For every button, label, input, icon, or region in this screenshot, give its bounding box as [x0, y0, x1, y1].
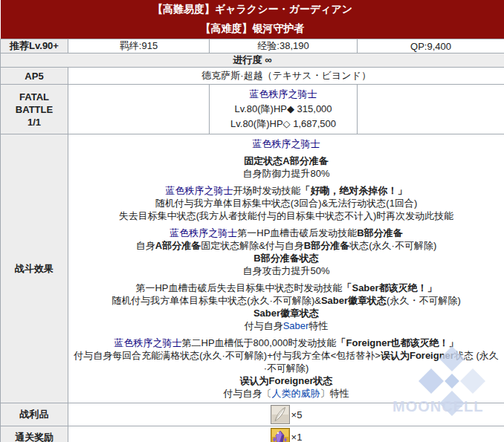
- reward-count: ×1: [291, 432, 303, 442]
- effect-text: 「Saber都该灭绝！」: [342, 282, 436, 293]
- effect-text: 自身: [136, 240, 155, 251]
- quest-location: 德克萨斯·超越（テキサス・ビヨンド）: [68, 68, 504, 85]
- effect-text: 开场时发动技能: [233, 185, 301, 196]
- effect-text: (永久・不可解除): [387, 295, 461, 306]
- quest-page: 【高難易度】ギャラクシー・ガーディアン 【高难度】银河守护者 推荐Lv.90+ …: [0, 0, 504, 442]
- enemy-link[interactable]: 蓝色秩序之骑士: [166, 185, 233, 196]
- quest-title-row-jp: 【高難易度】ギャラクシー・ガーディアン: [1, 0, 504, 19]
- trait-link[interactable]: Saber: [283, 320, 309, 331]
- effect-text: 随机付与我方单体目标集中状态(永久·不可解除)&: [112, 295, 321, 306]
- effect-text: 第一HP血槽击破后失去目标集中状态时发动技能: [135, 282, 342, 293]
- effect-text: 「好嘞，绝对杀掉你！」: [301, 185, 407, 196]
- ap-label: AP5: [1, 68, 68, 85]
- effect-text: 付与自身: [245, 320, 283, 331]
- effect-text: 第一HP血槽击破后发动技能: [237, 227, 357, 238]
- effect-text: 〕特性: [320, 388, 349, 399]
- effect-text: B部分准备: [357, 227, 402, 238]
- enemy-link[interactable]: 蓝色秩序之骑士: [250, 88, 317, 100]
- drops-label: 战利品: [1, 403, 68, 426]
- effect-text: 付与自身〔: [224, 388, 272, 399]
- effect-text: 第二HP血槽低于800,000时发动技能: [182, 337, 337, 348]
- clear-reward-row: 通关奖励 ×1: [1, 426, 504, 442]
- enemy-hp-bar1: Lv.80(降)HP◆ 315,000: [210, 102, 357, 117]
- effect-text: 「Foreigner也都该灭绝！」: [337, 337, 459, 348]
- clear-reward-label: 通关奖励: [1, 426, 68, 442]
- battle-effects-label: 战斗效果: [1, 134, 68, 403]
- battle-effects-content: 蓝色秩序之骑士固定状态A部分准备自身防御力提升80%蓝色秩序之骑士开场时发动技能…: [68, 134, 504, 403]
- qp-value: QP:9,400: [358, 39, 504, 53]
- fatal-battle-label-line2: 1/1: [2, 116, 66, 129]
- effect-text: 付与自身每回合充能满格状态(永久·不可解除)+付与我方全体<包括替补>: [74, 350, 381, 361]
- trait-link[interactable]: 人类的威胁: [272, 388, 320, 399]
- drop-count: ×5: [291, 409, 303, 420]
- effect-paragraph: 蓝色秩序之骑士第二HP血槽低于800,000时发动技能「Foreigner也都该…: [73, 337, 500, 400]
- stats-row: 推荐Lv.90+ 羁绊:915 经验:38,190 QP:9,400: [1, 39, 504, 53]
- effect-paragraph: 蓝色秩序之骑士开场时发动技能「好嘞，绝对杀掉你！」随机付与我方单体目标集中状态(…: [73, 184, 500, 222]
- effect-text: 自身攻击力提升50%: [243, 265, 330, 276]
- crystallized-lore-icon[interactable]: [271, 428, 290, 442]
- progress-label: 进行度 ∞: [1, 53, 504, 68]
- recommend-level-label: 推荐Lv.90+: [1, 39, 68, 53]
- effect-paragraph: 蓝色秩序之骑士: [73, 137, 500, 150]
- ap-row: AP5 德克萨斯·超越（テキサス・ビヨンド）: [1, 68, 504, 85]
- effect-paragraph: 蓝色秩序之骑士第一HP血槽击破后发动技能B部分准备自身A部分准备固定状态解除&付…: [73, 227, 500, 277]
- effect-text: B部分准备状态: [253, 253, 318, 264]
- battle-effects-row: 战斗效果 蓝色秩序之骑士固定状态A部分准备自身防御力提升80%蓝色秩序之骑士开场…: [1, 134, 504, 403]
- effect-text: 状态(永久·不可解除): [349, 240, 436, 251]
- effect-text: 固定状态解除&付与自身: [201, 240, 304, 251]
- effect-text: Saber徽章状态: [253, 308, 319, 319]
- enemy-info-cell: 蓝色秩序之骑士 Lv.80(降)HP◆ 315,000 Lv.80(降)HP◇ …: [210, 85, 358, 134]
- enemy-link[interactable]: 蓝色秩序之骑士: [114, 337, 182, 348]
- fatal-battle-row: FATAL BATTLE 1/1 蓝色秩序之骑士 Lv.80(降)HP◆ 315…: [1, 85, 504, 134]
- quest-title-cn: 【高难度】银河守护者: [1, 19, 504, 39]
- effect-text: 误认为Foreigner: [381, 350, 454, 361]
- effect-text: B部分准备: [304, 240, 349, 251]
- quest-title-row-cn: 【高难度】银河守护者: [1, 19, 504, 39]
- effect-text: 失去目标集中状态(我方从者技能付与的目标集中状态不计入)时再次发动此技能: [119, 210, 454, 221]
- enemy-slot-empty-left: [68, 85, 210, 134]
- bond-value: 羁绊:915: [68, 39, 210, 53]
- exp-value: 经验:38,190: [210, 39, 358, 53]
- fatal-battle-label-line1: FATAL BATTLE: [2, 91, 66, 116]
- progress-row: 进行度 ∞: [1, 53, 504, 68]
- effect-text: 自身防御力提升80%: [243, 168, 330, 179]
- enemy-hp-bar2: Lv.80(降)HP◇ 1,687,500: [210, 117, 357, 131]
- enemy-slot-empty-right: [358, 85, 504, 134]
- effect-text: Saber徽章状态: [321, 295, 387, 306]
- quest-table: 【高難易度】ギャラクシー・ガーディアン 【高难度】银河守护者 推荐Lv.90+ …: [0, 0, 504, 442]
- fatal-battle-label: FATAL BATTLE 1/1: [1, 85, 68, 134]
- effect-paragraph: 固定状态A部分准备自身防御力提升80%: [73, 155, 500, 180]
- drops-row: 战利品 ×5: [1, 403, 504, 426]
- effect-text: 随机付与我方单体目标集中状态(3回合)&无法行动状态(1回合): [155, 198, 417, 209]
- effect-text: 固定状态A部分准备: [244, 155, 328, 166]
- enemy-link[interactable]: 蓝色秩序之骑士: [253, 138, 320, 149]
- effect-text: A部分准备: [155, 240, 201, 251]
- enemy-link[interactable]: 蓝色秩序之骑士: [169, 227, 237, 238]
- effect-text: 特性: [308, 320, 328, 331]
- effect-paragraph: 第一HP血槽击破后失去目标集中状态时发动技能「Saber都该灭绝！」随机付与我方…: [73, 282, 500, 332]
- quest-title-jp: 【高難易度】ギャラクシー・ガーディアン: [1, 0, 504, 19]
- feather-material-icon[interactable]: [271, 405, 290, 424]
- drops-content: ×5: [68, 403, 504, 426]
- effect-text: 误认为Foreigner状态: [240, 375, 333, 386]
- clear-reward-content: ×1: [68, 426, 504, 442]
